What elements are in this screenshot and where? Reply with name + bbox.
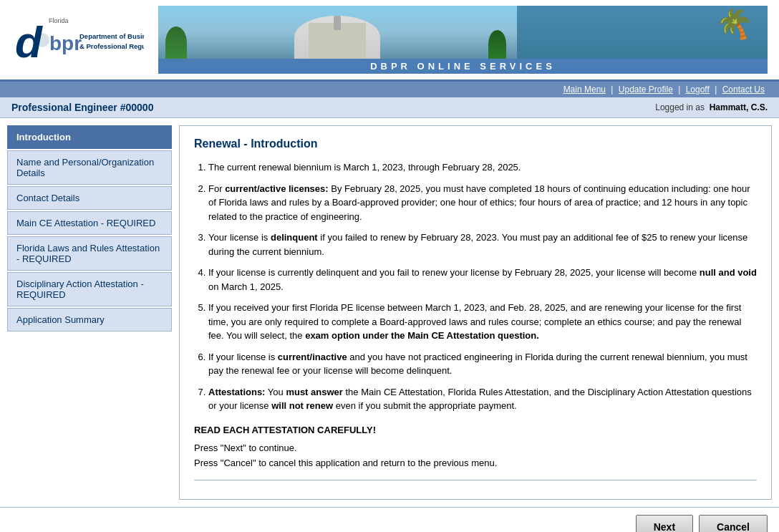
list-item-4: If your license is currently delinquent … <box>208 266 757 294</box>
sidebar-item-introduction[interactable]: Introduction <box>7 125 172 149</box>
sub-header: Professional Engineer #00000 Logged in a… <box>0 97 779 118</box>
svg-text:bpr: bpr <box>49 32 82 54</box>
sidebar-item-disciplinary[interactable]: Disciplinary Action Attestation - REQUIR… <box>7 272 172 306</box>
license-title: Professional Engineer #00000 <box>11 102 153 113</box>
dbpr-logo: Florida d bpr Department of Business & P… <box>11 13 144 67</box>
nav-bar: Main Menu | Update Profile | Logoff | Co… <box>0 82 779 97</box>
svg-text:Department of Business: Department of Business <box>79 32 144 40</box>
svg-text:& Professional Regulation: & Professional Regulation <box>79 42 144 50</box>
content-title: Renewal - Introduction <box>194 137 757 150</box>
sidebar: Introduction Name and Personal/Organizat… <box>7 125 172 500</box>
sidebar-item-main-ce[interactable]: Main CE Attestation - REQUIRED <box>7 211 172 235</box>
next-button[interactable]: Next <box>636 515 693 533</box>
svg-point-3 <box>35 33 49 47</box>
main-layout: Introduction Name and Personal/Organizat… <box>0 118 779 507</box>
sidebar-item-name-personal[interactable]: Name and Personal/Organization Details <box>7 150 172 185</box>
list-item-7: Attestations: You must answer the Main C… <box>208 385 757 413</box>
nav-sep3: | <box>715 84 717 95</box>
list-item-6: If your license is current/inactive and … <box>208 350 757 378</box>
content-divider <box>194 480 757 480</box>
banner-image: 🌴 DBPR ONLINE SERVICES <box>158 6 768 74</box>
intro-list: The current renewal biennium is March 1,… <box>194 160 757 413</box>
list-item-2: For current/active licenses: By February… <box>208 182 757 224</box>
page-header: Florida d bpr Department of Business & P… <box>0 0 779 82</box>
banner-title: DBPR ONLINE SERVICES <box>370 61 556 72</box>
nav-sep1: | <box>611 84 613 95</box>
read-notice: READ EACH ATTESTATION CAREFULLY! <box>194 425 757 435</box>
sidebar-item-contact-details[interactable]: Contact Details <box>7 186 172 210</box>
nav-sep2: | <box>678 84 680 95</box>
sidebar-item-florida-laws[interactable]: Florida Laws and Rules Attestation - REQ… <box>7 236 172 271</box>
logo-svg: Florida d bpr Department of Business & P… <box>11 13 144 67</box>
list-item-3: Your license is delinquent if you failed… <box>208 231 757 258</box>
list-item-5: If you received your first Florida PE li… <box>208 301 757 343</box>
username: Hammatt, C.S. <box>710 102 768 112</box>
list-item-1: The current renewal biennium is March 1,… <box>208 160 757 175</box>
content-area: Renewal - Introduction The current renew… <box>179 125 772 500</box>
main-menu-link[interactable]: Main Menu <box>563 84 606 95</box>
cancel-button[interactable]: Cancel <box>699 515 768 533</box>
logged-in-text: Logged in as Hammatt, C.S. <box>655 102 768 112</box>
update-profile-link[interactable]: Update Profile <box>619 84 673 95</box>
footer-buttons: Next Cancel <box>0 507 779 533</box>
contact-us-link[interactable]: Contact Us <box>722 84 765 95</box>
logoff-link[interactable]: Logoff <box>686 84 710 95</box>
press-cancel-text: Press "Cancel" to cancel this applicatio… <box>194 458 757 468</box>
logged-in-label: Logged in as <box>655 102 705 112</box>
press-next-text: Press "Next" to continue. <box>194 442 757 453</box>
sidebar-item-app-summary[interactable]: Application Summary <box>7 308 172 332</box>
svg-text:Florida: Florida <box>49 17 69 24</box>
